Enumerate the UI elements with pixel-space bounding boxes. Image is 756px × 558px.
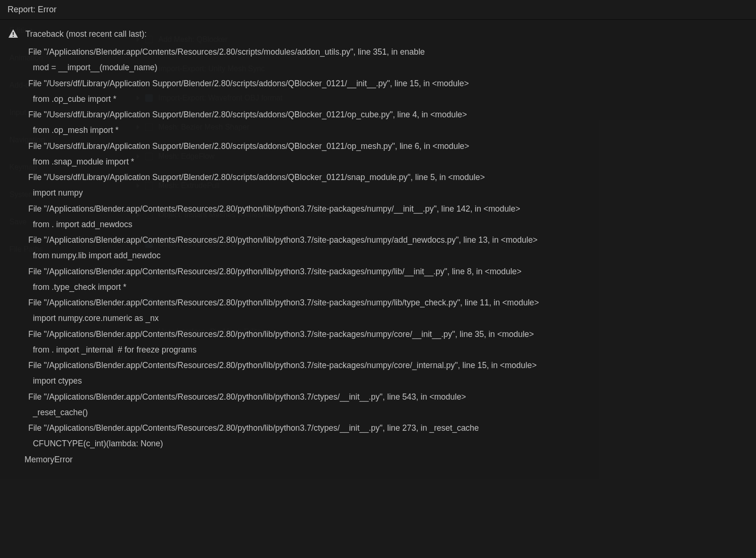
traceback-line: import numpy.core.numeric as _nx	[28, 311, 748, 326]
traceback-line: File "/Applications/Blender.app/Contents…	[28, 389, 748, 405]
traceback-line: from .snap_module import *	[28, 154, 748, 170]
report-title: Report: Error	[8, 5, 57, 14]
report-header: Report: Error	[0, 0, 756, 20]
traceback-line: from numpy.lib import add_newdoc	[28, 248, 748, 263]
traceback-line: from . import add_newdocs	[28, 217, 748, 232]
warning-icon	[8, 28, 19, 40]
traceback-line: File "/Users/df/Library/Application Supp…	[28, 139, 748, 154]
error-report-panel: Report: Error Traceback (most recent cal…	[0, 0, 756, 558]
traceback-line: File "/Applications/Blender.app/Contents…	[28, 327, 748, 342]
traceback-line: import numpy	[28, 185, 748, 201]
svg-rect-1	[13, 36, 14, 37]
traceback-line: _reset_cache()	[28, 405, 748, 420]
traceback-line: File "/Users/df/Library/Application Supp…	[28, 76, 748, 91]
traceback-header-row: Traceback (most recent call last):	[8, 28, 748, 40]
traceback-line: CFUNCTYPE(c_int)(lambda: None)	[28, 436, 748, 451]
traceback-line: File "/Users/df/Library/Application Supp…	[28, 170, 748, 185]
traceback-line: mod = __import__(module_name)	[28, 60, 748, 75]
traceback-line: File "/Applications/Blender.app/Contents…	[28, 264, 748, 279]
traceback-line: from .op_mesh import *	[28, 123, 748, 138]
traceback-line: File "/Applications/Blender.app/Contents…	[28, 295, 748, 311]
traceback-line: from .type_check import *	[28, 279, 748, 295]
traceback-line: File "/Applications/Blender.app/Contents…	[28, 232, 748, 248]
traceback-line: import ctypes	[28, 373, 748, 389]
traceback-line: from .op_cube import *	[28, 91, 748, 107]
traceback-line: File "/Applications/Blender.app/Contents…	[28, 44, 748, 60]
traceback-line: File "/Applications/Blender.app/Contents…	[28, 201, 748, 217]
svg-rect-0	[13, 32, 14, 35]
traceback-line: File "/Applications/Blender.app/Contents…	[28, 358, 748, 373]
traceback-line: File "/Users/df/Library/Application Supp…	[28, 107, 748, 123]
report-body: Traceback (most recent call last): File …	[0, 20, 756, 476]
traceback-final: MemoryError	[25, 452, 748, 468]
traceback-line: File "/Applications/Blender.app/Contents…	[28, 420, 748, 436]
traceback-line: from . import _internal # for freeze pro…	[28, 342, 748, 358]
traceback-first-line: Traceback (most recent call last):	[25, 29, 147, 39]
